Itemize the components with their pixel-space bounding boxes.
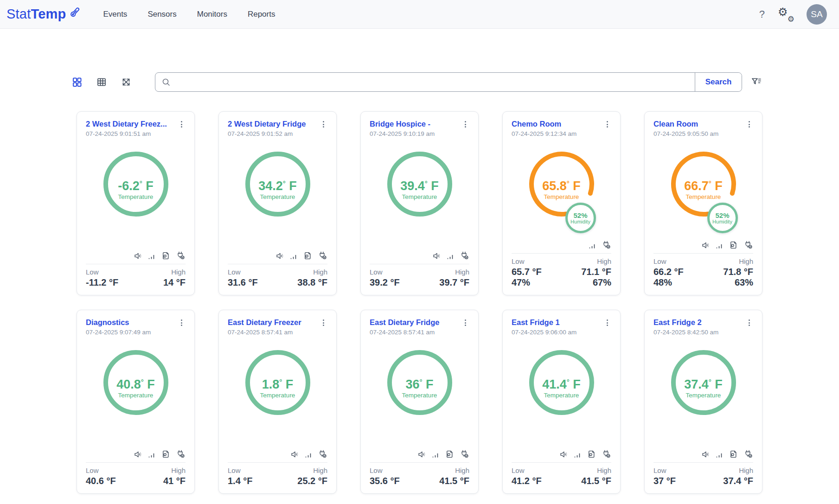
sensor-card-timestamp: 07-24-2025 9:06:00 am [512,329,611,336]
footer-divider [370,462,469,463]
kebab-menu-icon[interactable] [177,318,186,327]
low-value: 37 °F [653,476,676,486]
low-value: 66.2 °F [653,267,684,277]
brand-logo[interactable]: StatTemp [6,6,82,22]
kebab-menu-icon[interactable] [177,120,186,129]
filter-icon[interactable] [750,76,762,88]
volume-icon [701,450,711,459]
high-label: High [597,466,611,474]
low-high-labels: Low High [228,466,327,474]
card-header: Chemo Room [512,120,611,129]
sensor-status-icons [86,449,186,459]
high-label: High [455,466,469,474]
high-label: High [313,268,327,276]
low-high-values: -11.2 °F 14 °F [86,277,186,288]
kebab-menu-icon[interactable] [461,318,469,327]
table-view-icon[interactable] [96,76,108,88]
high-humidity-value: 63% [735,277,753,288]
high-value: 39.7 °F [439,277,469,288]
expand-view-icon[interactable] [120,76,132,88]
grid-view-icon[interactable] [71,76,83,88]
low-high-values: 37 °F 37.4 °F [653,476,753,486]
nav-item-reports[interactable]: Reports [248,10,275,19]
sensor-card: East Fridge 2 07-24-2025 8:42:50 am 37.4… [644,310,762,494]
low-humidity-value: 48% [653,277,672,288]
sensor-card-title[interactable]: East Dietary Fridge [370,318,458,327]
power-icon [459,449,469,459]
low-label: Low [86,268,99,276]
volume-icon [133,450,143,459]
kebab-menu-icon[interactable] [603,120,611,129]
search-button[interactable]: Search [695,73,742,91]
kebab-menu-icon[interactable] [745,318,753,327]
low-value: 40.6 °F [86,476,116,486]
temperature-gauge: 40.8° F Temperature [86,348,186,430]
low-high-values: 40.6 °F 41 °F [86,476,186,486]
high-value: 71.1 °F [581,267,611,277]
help-icon[interactable]: ? [759,8,765,20]
report-icon [586,449,596,459]
sensor-status-icons [370,250,469,261]
sensor-card-timestamp: 07-24-2025 8:57:41 am [228,329,327,336]
low-high-values: 31.6 °F 38.8 °F [228,277,327,288]
sensor-card-title[interactable]: East Dietary Freezer [228,318,316,327]
power-icon [175,250,186,261]
signal-icon [432,451,439,459]
sensor-card-title[interactable]: East Fridge 1 [512,318,600,327]
sensor-card: Diagnostics 07-24-2025 9:07:49 am 40.8° … [77,310,195,494]
low-high-values: 65.7 °F 71.1 °F [512,267,611,277]
card-footer: Low High -11.2 °F 14 °F [86,250,186,288]
report-icon [160,449,170,459]
main-nav: Events Sensors Monitors Reports [103,10,275,19]
sensor-card: Bridge Hospice - 07-24-2025 9:10:19 am 3… [360,111,479,295]
nav-item-events[interactable]: Events [103,10,127,19]
kebab-menu-icon[interactable] [319,120,327,129]
user-avatar[interactable]: SA [807,4,827,25]
sensor-card-title[interactable]: 2 West Dietary Freez... [86,120,174,128]
card-header: 2 West Dietary Freez... [86,120,186,129]
search-input[interactable] [175,73,695,91]
kebab-menu-icon[interactable] [745,120,753,129]
sensor-card-title[interactable]: 2 West Dietary Fridge [228,120,316,128]
sensor-card-title[interactable]: East Fridge 2 [653,318,742,327]
kebab-menu-icon[interactable] [319,318,327,327]
high-label: High [171,466,186,474]
settings-gears-icon[interactable]: ⚙⚙ [778,6,794,22]
card-footer: Low High 39.2 °F 39.7 °F [370,250,469,288]
sensor-status-icons [512,449,611,459]
high-value: 41.5 °F [581,476,611,486]
high-label: High [455,268,469,276]
sensor-card-title[interactable]: Bridge Hospice - [370,120,458,128]
humidity-value: 52% [573,211,587,219]
sensor-status-icons [228,449,327,459]
sensor-card-timestamp: 07-24-2025 9:07:49 am [86,329,186,336]
footer-divider [228,264,327,264]
card-header: Clean Room [653,120,753,129]
report-icon [160,251,170,261]
low-high-secondary-values: 47% 67% [512,277,611,288]
card-header: East Dietary Freezer [228,318,327,327]
sensor-card-title[interactable]: Diagnostics [86,318,174,327]
humidity-label: Humidity [570,219,590,224]
high-value: 71.8 °F [723,267,753,277]
sensor-card-title[interactable]: Chemo Room [512,120,600,128]
low-high-labels: Low High [228,268,327,276]
signal-icon [148,451,155,459]
power-icon [317,250,327,261]
volume-icon [290,450,300,459]
low-high-values: 66.2 °F 71.8 °F [653,267,753,277]
sensor-card: 2 West Dietary Freez... 07-24-2025 9:01:… [77,111,195,295]
sensor-card-timestamp: 07-24-2025 9:10:19 am [370,130,469,137]
high-humidity-value: 67% [593,277,611,288]
low-high-labels: Low High [370,268,469,276]
sensor-card-title[interactable]: Clean Room [653,120,742,128]
search-icon [161,77,171,87]
sensor-card-timestamp: 07-24-2025 9:12:34 am [512,130,611,137]
kebab-menu-icon[interactable] [461,120,469,129]
nav-item-monitors[interactable]: Monitors [197,10,227,19]
kebab-menu-icon[interactable] [603,318,611,327]
signal-icon [574,451,581,459]
temperature-gauge: 65.8° F Temperature 52% Humidity [512,149,611,232]
card-header: East Fridge 1 [512,318,611,327]
nav-item-sensors[interactable]: Sensors [147,10,176,19]
